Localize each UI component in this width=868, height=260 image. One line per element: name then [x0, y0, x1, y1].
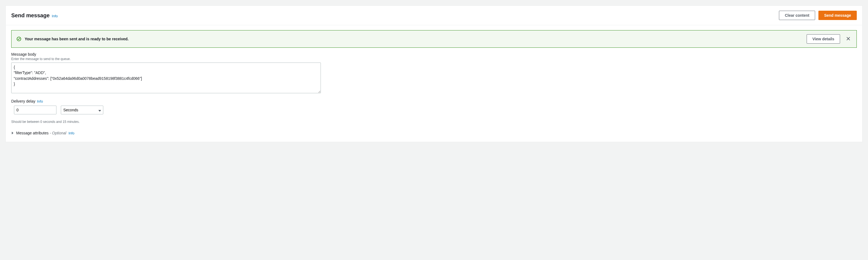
- message-body-hint: Enter the message to send to the queue.: [11, 57, 857, 61]
- view-details-button[interactable]: View details: [807, 34, 840, 44]
- caret-right-icon: [11, 131, 14, 134]
- message-attributes-label: Message attributes - Optional: [16, 131, 66, 135]
- success-alert: Your message has been sent and is ready …: [11, 30, 857, 48]
- delivery-delay-controls: Seconds: [14, 106, 857, 114]
- alert-actions: View details: [807, 34, 851, 44]
- delivery-delay-constraint: Should be between 0 seconds and 15 minut…: [11, 120, 857, 124]
- send-message-button[interactable]: Send message: [818, 11, 857, 20]
- panel-title-group: Send message Info: [11, 12, 58, 19]
- delivery-delay-value-input[interactable]: [14, 106, 57, 114]
- panel-header: Send message Info Clear content Send mes…: [6, 6, 862, 25]
- close-icon: [846, 36, 850, 42]
- message-body-textarea[interactable]: [11, 62, 321, 93]
- message-body-label: Message body: [11, 52, 857, 57]
- message-attributes-expander[interactable]: Message attributes - Optional Info: [11, 131, 857, 135]
- alert-content: Your message has been sent and is ready …: [17, 36, 128, 41]
- success-check-icon: [17, 36, 21, 41]
- delivery-delay-label-row: Delivery delay Info: [11, 99, 857, 104]
- message-attributes-optional: - Optional: [50, 131, 66, 135]
- delivery-delay-info-link[interactable]: Info: [37, 99, 43, 104]
- clear-content-button[interactable]: Clear content: [779, 11, 815, 20]
- delivery-delay-section: Delivery delay Info Seconds Should be be…: [11, 99, 857, 124]
- panel-body: Your message has been sent and is ready …: [6, 25, 862, 142]
- header-actions: Clear content Send message: [779, 11, 857, 20]
- message-attributes-text: Message attributes: [16, 131, 49, 135]
- delivery-delay-unit-select[interactable]: Seconds: [61, 106, 103, 114]
- alert-message: Your message has been sent and is ready …: [25, 37, 128, 41]
- header-info-link[interactable]: Info: [52, 14, 58, 18]
- delivery-delay-unit-wrap: Seconds: [61, 106, 103, 114]
- send-message-panel: Send message Info Clear content Send mes…: [5, 5, 863, 142]
- message-attributes-info-link[interactable]: Info: [68, 131, 74, 135]
- page-title: Send message: [11, 12, 50, 19]
- delivery-delay-label: Delivery delay: [11, 99, 35, 104]
- alert-close-button[interactable]: [845, 36, 851, 42]
